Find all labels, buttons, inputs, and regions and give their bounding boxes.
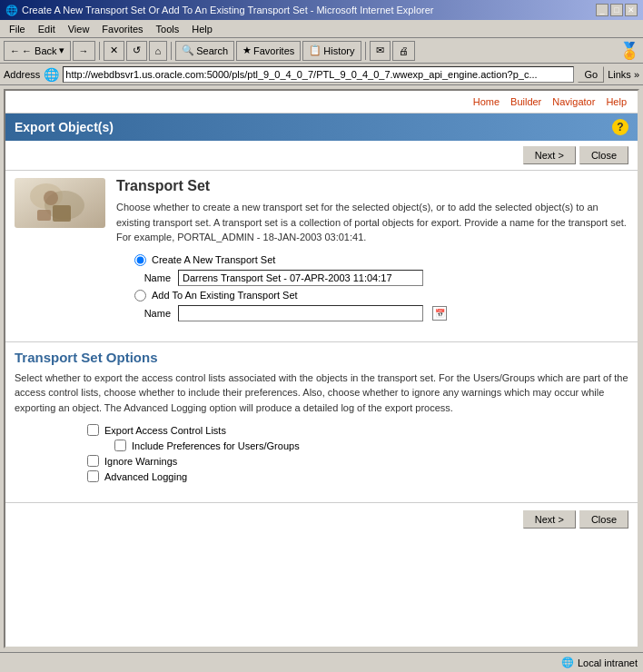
dropdown-arrow-icon: ▾ xyxy=(59,44,64,56)
stop-button[interactable]: ✕ xyxy=(104,41,124,61)
new-name-label: Name xyxy=(134,272,171,283)
export-acl-option: Export Access Control Lists xyxy=(87,424,628,436)
new-name-row: Name xyxy=(134,270,628,286)
transport-options-title: Transport Set Options xyxy=(15,350,628,365)
status-zone: Local intranet xyxy=(578,657,638,668)
add-existing-radio-option: Add To An Existing Transport Set xyxy=(134,290,628,301)
close-button-bottom[interactable]: Close xyxy=(579,510,628,529)
favorites-button[interactable]: ★ Favorites xyxy=(236,41,301,61)
export-acl-label: Export Access Control Lists xyxy=(104,425,226,436)
toolbar-sep-3 xyxy=(365,42,366,60)
advanced-logging-checkbox[interactable] xyxy=(87,470,99,482)
page-content: Home Builder Navigator Help Export Objec… xyxy=(4,89,639,648)
include-prefs-option: Include Preferences for Users/Groups xyxy=(114,440,628,451)
svg-rect-5 xyxy=(53,205,71,222)
back-icon: ← xyxy=(10,45,20,56)
nav-home[interactable]: Home xyxy=(473,96,500,107)
title-bar-left: 🌐 Create A New Transport Set Or Add To A… xyxy=(5,5,433,16)
links-label: Links » xyxy=(608,69,639,80)
oracle-logo xyxy=(15,178,105,228)
menu-tools[interactable]: Tools xyxy=(151,24,185,35)
menu-file[interactable]: File xyxy=(4,24,31,35)
search-icon: 🔍 xyxy=(182,44,194,56)
ignore-warnings-option: Ignore Warnings xyxy=(87,455,628,467)
menu-favorites[interactable]: Favorites xyxy=(96,24,148,35)
refresh-icon: ↺ xyxy=(133,44,141,56)
add-existing-radio[interactable] xyxy=(134,290,146,301)
create-new-label: Create A New Transport Set xyxy=(152,254,275,265)
ignore-warnings-checkbox[interactable] xyxy=(87,455,99,467)
page-icon: 🌐 xyxy=(44,67,59,82)
transport-set-content: Transport Set Choose whether to create a… xyxy=(116,178,628,325)
advanced-logging-label: Advanced Logging xyxy=(104,471,187,482)
stop-icon: ✕ xyxy=(110,44,118,56)
export-acl-checkbox[interactable] xyxy=(87,424,99,436)
nav-builder[interactable]: Builder xyxy=(510,96,541,107)
toolbar-sep-1 xyxy=(99,42,100,60)
svg-rect-4 xyxy=(37,210,51,221)
title-bar-buttons: _ □ ✕ xyxy=(596,4,638,16)
portal-page: Home Builder Navigator Help Export Objec… xyxy=(5,91,638,536)
title-bar: 🌐 Create A New Transport Set Or Add To A… xyxy=(0,0,643,20)
help-icon-button[interactable]: ? xyxy=(612,119,628,135)
toolbar-sep-2 xyxy=(171,42,172,60)
header-bar: Export Object(s) ? xyxy=(5,114,638,141)
transport-set-title: Transport Set xyxy=(116,178,628,194)
close-button-top[interactable]: Close xyxy=(579,146,628,164)
medal-icon: 🏅 xyxy=(619,41,639,61)
refresh-button[interactable]: ↺ xyxy=(126,41,147,61)
next-button-bottom[interactable]: Next > xyxy=(523,510,576,529)
print-icon: 🖨 xyxy=(399,45,409,56)
minimize-button[interactable]: _ xyxy=(596,4,608,16)
menu-edit[interactable]: Edit xyxy=(33,24,61,35)
page-title: Export Object(s) xyxy=(15,120,114,134)
back-button[interactable]: ← ← Back ▾ xyxy=(4,41,71,61)
maximize-button[interactable]: □ xyxy=(610,4,623,16)
home-button[interactable]: ⌂ xyxy=(149,41,168,61)
nav-navigator[interactable]: Navigator xyxy=(552,96,595,107)
transport-options-description: Select whether to export the access cont… xyxy=(15,371,628,416)
add-existing-label: Add To An Existing Transport Set xyxy=(152,290,298,301)
home-icon: ⌂ xyxy=(155,45,162,56)
address-bar: Address 🌐 Go Links » xyxy=(0,64,643,85)
create-new-radio[interactable] xyxy=(134,254,146,266)
advanced-logging-option: Advanced Logging xyxy=(87,470,628,482)
include-prefs-label: Include Preferences for Users/Groups xyxy=(132,440,300,451)
status-bar: 🌐 Local intranet xyxy=(0,652,643,672)
address-input[interactable] xyxy=(63,66,574,83)
existing-name-label: Name xyxy=(134,308,171,319)
checkboxes-container: Export Access Control Lists Include Pref… xyxy=(15,424,628,482)
address-label: Address xyxy=(4,69,40,80)
window-title: Create A New Transport Set Or Add To An … xyxy=(22,5,433,15)
favorites-icon: ★ xyxy=(242,44,252,56)
menu-view[interactable]: View xyxy=(63,24,95,35)
nav-help[interactable]: Help xyxy=(606,96,627,107)
go-button[interactable]: Go xyxy=(578,66,604,83)
action-bar-bottom: Next > Close xyxy=(5,502,638,536)
history-icon: 📋 xyxy=(309,44,322,56)
calendar-icon[interactable]: 📅 xyxy=(432,306,447,321)
include-prefs-checkbox[interactable] xyxy=(114,440,126,451)
mail-button[interactable]: ✉ xyxy=(370,41,391,61)
transport-options-section: Transport Set Options Select whether to … xyxy=(5,341,638,494)
menu-help[interactable]: Help xyxy=(186,24,218,35)
forward-button[interactable]: → xyxy=(73,41,95,61)
new-name-input[interactable] xyxy=(178,270,423,286)
action-bar-top: Next > Close xyxy=(5,141,638,171)
next-button-top[interactable]: Next > xyxy=(523,146,576,164)
history-button[interactable]: 📋 History xyxy=(302,41,361,61)
existing-name-row: Name 📅 xyxy=(134,305,628,321)
create-new-radio-option: Create A New Transport Set xyxy=(134,254,628,266)
toolbar: ← ← Back ▾ → ✕ ↺ ⌂ 🔍 Search ★ Favorites … xyxy=(0,38,643,64)
transport-set-description: Choose whether to create a new transport… xyxy=(116,200,628,245)
window-close-button[interactable]: ✕ xyxy=(625,4,638,16)
top-nav: Home Builder Navigator Help xyxy=(5,91,638,114)
print-button[interactable]: 🖨 xyxy=(392,41,415,61)
existing-name-input[interactable] xyxy=(178,305,423,321)
app-icon: 🌐 xyxy=(5,5,18,16)
forward-icon: → xyxy=(79,45,89,56)
status-bar-right: 🌐 Local intranet xyxy=(561,657,638,668)
transport-set-section: Transport Set Choose whether to create a… xyxy=(5,171,638,332)
search-button[interactable]: 🔍 Search xyxy=(175,41,234,61)
ignore-warnings-label: Ignore Warnings xyxy=(104,456,177,467)
